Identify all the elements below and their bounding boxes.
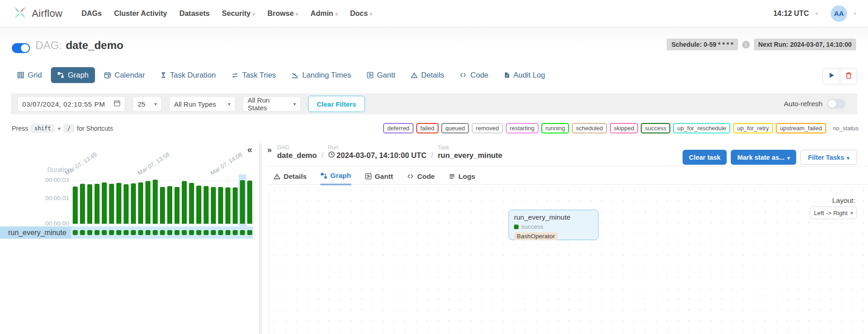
legend-success[interactable]: success <box>641 123 670 133</box>
task-instance-square[interactable] <box>131 230 136 235</box>
legend-running[interactable]: running <box>541 123 569 133</box>
avatar[interactable]: AA <box>831 5 847 22</box>
legend-queued[interactable]: queued <box>441 123 469 133</box>
task-instance-square[interactable] <box>87 230 92 235</box>
breadcrumb-run[interactable]: Run 2024-03-07, 14:10:00 UTC <box>328 144 427 160</box>
duration-bar[interactable] <box>225 187 230 224</box>
duration-bar[interactable] <box>153 180 158 224</box>
task-instance-square[interactable] <box>73 230 78 235</box>
duration-bar[interactable] <box>233 187 238 224</box>
tab-graph[interactable]: Graph <box>51 67 95 83</box>
task-instance-square[interactable] <box>95 230 100 235</box>
tab-gantt[interactable]: Gantt <box>365 172 393 185</box>
task-instance-square[interactable] <box>153 230 158 235</box>
task-instance-square[interactable] <box>80 230 85 235</box>
legend-removed[interactable]: removed <box>472 123 503 133</box>
dag-pause-toggle[interactable] <box>12 43 30 53</box>
duration-bar[interactable] <box>182 181 187 224</box>
duration-bar[interactable] <box>131 183 136 224</box>
legend-no-status[interactable]: no_status <box>829 123 863 133</box>
duration-bar[interactable] <box>160 187 165 224</box>
graph-canvas[interactable]: Layout: Left -> Right▾ run_every_minute … <box>269 184 868 334</box>
info-icon[interactable]: i <box>742 41 750 49</box>
duration-bar[interactable] <box>240 180 245 224</box>
clock-caret-icon[interactable]: ▾ <box>815 10 818 17</box>
tab-code[interactable]: Code <box>453 67 494 83</box>
layout-select[interactable]: Left -> Right▾ <box>810 206 857 219</box>
tab-calendar[interactable]: Calendar <box>98 67 151 83</box>
user-caret-icon[interactable]: ▾ <box>853 10 856 17</box>
tab-landing-times[interactable]: Landing Times <box>285 67 357 83</box>
tab-details[interactable]: Details <box>274 172 307 185</box>
task-instance-square[interactable] <box>124 230 129 235</box>
task-instance-square[interactable] <box>167 230 172 235</box>
run-types-select[interactable]: All Run Types▾ <box>169 96 235 112</box>
auto-refresh-toggle[interactable] <box>827 99 845 109</box>
legend-up-for-reschedule[interactable]: up_for_reschedule <box>673 123 730 133</box>
tab-gantt[interactable]: Gantt <box>360 67 402 83</box>
task-instance-square[interactable] <box>138 230 143 235</box>
airflow-logo[interactable]: Airflow <box>12 5 62 23</box>
duration-bar[interactable] <box>189 183 194 224</box>
collapse-grid-icon[interactable]: « <box>247 144 252 155</box>
legend-deferred[interactable]: deferred <box>383 123 413 133</box>
tab-details[interactable]: Details <box>404 67 450 83</box>
panel-resize-handle[interactable] <box>259 143 262 334</box>
base-date-input[interactable]: 03/07/2024, 02:10:55 PM <box>17 96 125 112</box>
expand-panel-icon[interactable]: » <box>267 145 272 155</box>
duration-bar[interactable] <box>167 186 172 224</box>
legend-restarting[interactable]: restarting <box>506 123 539 133</box>
grid-task-name[interactable]: run_every_minute <box>0 226 71 239</box>
task-instance-square[interactable] <box>102 230 107 235</box>
utc-clock[interactable]: 14:12 UTC <box>773 10 809 18</box>
task-instance-square[interactable] <box>189 230 194 235</box>
legend-scheduled[interactable]: scheduled <box>572 123 607 133</box>
mark-state-button[interactable]: Mark state as...▾ <box>731 150 796 165</box>
delete-dag-button[interactable] <box>840 69 857 84</box>
nav-item-cluster-activity[interactable]: Cluster Activity <box>114 10 167 18</box>
legend-up-for-retry[interactable]: up_for_retry <box>733 123 773 133</box>
duration-bar[interactable] <box>247 181 252 224</box>
task-instance-square[interactable] <box>182 230 187 235</box>
task-instance-square[interactable] <box>196 230 201 235</box>
legend-skipped[interactable]: skipped <box>610 123 639 133</box>
duration-bar[interactable] <box>95 184 100 224</box>
duration-bar[interactable] <box>138 182 143 224</box>
task-instance-square[interactable] <box>204 230 209 235</box>
task-instance-square[interactable] <box>160 230 165 235</box>
duration-bar[interactable] <box>80 184 85 224</box>
tab-task-tries[interactable]: Task Tries <box>225 67 282 83</box>
duration-bar[interactable] <box>109 184 114 224</box>
tab-task-duration[interactable]: Task Duration <box>154 67 222 83</box>
page-size-select[interactable]: 25▾ <box>133 96 162 112</box>
breadcrumb-dag[interactable]: DAG date_demo <box>277 144 317 160</box>
nav-item-docs[interactable]: Docs▾ <box>350 10 372 18</box>
legend-failed[interactable]: failed <box>416 123 439 133</box>
nav-item-datasets[interactable]: Datasets <box>180 10 210 18</box>
run-states-select[interactable]: All Run States▾ <box>243 96 301 112</box>
task-instance-square[interactable] <box>211 230 216 235</box>
task-instance-square[interactable] <box>109 230 114 235</box>
tab-graph[interactable]: Graph <box>320 172 351 185</box>
duration-bar[interactable] <box>175 187 180 224</box>
duration-bar[interactable] <box>102 182 107 224</box>
duration-bar[interactable] <box>196 186 201 224</box>
tab-logs[interactable]: Logs <box>449 172 475 185</box>
duration-bar[interactable] <box>87 184 92 224</box>
nav-item-security[interactable]: Security▾ <box>222 10 255 18</box>
task-instance-square[interactable] <box>233 230 238 235</box>
filter-tasks-button[interactable]: Filter Tasks▾ <box>800 150 857 165</box>
duration-bar[interactable] <box>116 183 121 224</box>
clear-task-button[interactable]: Clear task <box>683 150 727 165</box>
duration-bar[interactable] <box>204 186 209 224</box>
duration-bar[interactable] <box>218 187 223 224</box>
task-instance-square[interactable] <box>240 230 245 235</box>
graph-task-node[interactable]: run_every_minute success BashOperator <box>509 210 599 240</box>
task-instance-square[interactable] <box>145 230 150 235</box>
task-instance-square[interactable] <box>225 230 230 235</box>
task-instance-square[interactable] <box>116 230 121 235</box>
tab-grid[interactable]: Grid <box>11 67 48 83</box>
clear-filters-button[interactable]: Clear Filters <box>308 96 365 112</box>
tab-code[interactable]: Code <box>407 172 435 185</box>
legend-upstream-failed[interactable]: upstream_failed <box>776 123 826 133</box>
